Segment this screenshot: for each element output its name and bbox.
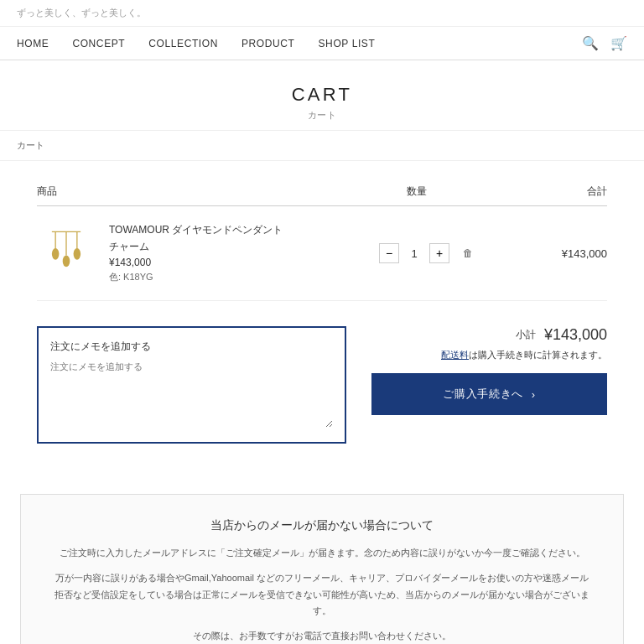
page-title: CART [0, 84, 644, 106]
qty-decrease-button[interactable]: − [379, 243, 399, 263]
cart-table-header: 商品 数量 合計 [37, 178, 607, 206]
item-image-svg [45, 228, 87, 278]
checkout-button[interactable]: ご購入手続きへ › [371, 373, 607, 415]
cart-summary: 小計 ¥143,000 配送料は購入手続き時に計算されます。 ご購入手続きへ › [371, 326, 607, 415]
subtotal-row: 小計 ¥143,000 [371, 326, 607, 344]
page-subtitle: カート [0, 109, 644, 122]
notice-paragraph2: 万が一内容に誤りがある場合やGmail,Yahoomail などのフリーメール、… [55, 570, 589, 620]
breadcrumb: カート [0, 131, 644, 161]
cart-bottom: 注文にメモを追加する 小計 ¥143,000 配送料は購入手続き時に計算されます… [37, 326, 607, 444]
nav-product[interactable]: PRODUCT [242, 38, 295, 49]
col-product-header: 商品 [37, 184, 322, 199]
notice-paragraph3: その際は、お手数ですがお電話で直接お問い合わせください。 [55, 628, 589, 644]
main-nav: HOME CONCEPT COLLECTION PRODUCT SHOP LIS… [0, 27, 644, 60]
nav-concept[interactable]: CONCEPT [72, 38, 125, 49]
qty-increase-button[interactable]: + [429, 243, 449, 263]
subtotal-label: 小計 [516, 328, 536, 342]
memo-textarea[interactable] [50, 361, 333, 428]
svg-point-5 [74, 248, 81, 260]
nav-home[interactable]: HOME [17, 38, 49, 49]
nav-links: HOME CONCEPT COLLECTION PRODUCT SHOP LIS… [17, 38, 375, 49]
nav-icons: 🔍 🛒 [582, 35, 627, 51]
shipping-note: 配送料は購入手続き時に計算されます。 [371, 349, 607, 361]
item-details: TOWAMOUR ダイヤモンドペンダント チャーム ¥143,000 色: K1… [109, 223, 335, 283]
top-bar: ずっと美しく、ずっと美しく。 [0, 0, 644, 27]
delete-item-button[interactable]: 🗑 [463, 247, 473, 259]
shipping-note-text: は購入手続き時に計算されます。 [469, 350, 607, 360]
search-icon[interactable]: 🔍 [582, 35, 599, 51]
item-quantity: − 1 + 🗑 [335, 243, 517, 263]
checkout-label: ご購入手続きへ [443, 387, 523, 402]
memo-label: 注文にメモを追加する [50, 340, 333, 354]
subtotal-amount: ¥143,000 [544, 326, 607, 344]
shipping-link[interactable]: 配送料 [441, 350, 469, 360]
nav-collection[interactable]: COLLECTION [148, 38, 218, 49]
item-name: TOWAMOUR ダイヤモンドペンダント [109, 223, 335, 237]
item-price: ¥143,000 [109, 257, 335, 268]
item-total: ¥143,000 [517, 247, 607, 260]
memo-section: 注文にメモを追加する [37, 326, 346, 444]
nav-shoplist[interactable]: SHOP LIST [319, 38, 376, 49]
page-header: CART カート [0, 60, 644, 131]
svg-point-1 [52, 248, 60, 260]
col-qty-header: 数量 [322, 184, 512, 199]
checkout-arrow: › [532, 388, 536, 401]
qty-value: 1 [406, 247, 423, 260]
item-type: チャーム [109, 240, 335, 254]
notice-section: 当店からのメールが届かない場合について ご注文時に入力したメールアドレスに「ご注… [20, 494, 624, 644]
tagline: ずっと美しく、ずっと美しく。 [17, 8, 146, 18]
notice-paragraph1: ご注文時に入力したメールアドレスに「ご注文確定メール」が届きます。念のため内容に… [55, 545, 589, 562]
notice-title: 当店からのメールが届かない場合について [55, 518, 589, 533]
cart-icon[interactable]: 🛒 [610, 35, 627, 51]
item-color: 色: K18YG [109, 271, 335, 283]
cart-item: TOWAMOUR ダイヤモンドペンダント チャーム ¥143,000 色: K1… [37, 206, 607, 301]
svg-point-3 [63, 256, 70, 267]
breadcrumb-text: カート [17, 140, 44, 150]
item-image [37, 224, 96, 283]
cart-content: 商品 数量 合計 TOWAMOUR ダイヤモンドペンダント チャーム ¥143,… [20, 161, 624, 460]
col-total-header: 合計 [512, 184, 607, 199]
